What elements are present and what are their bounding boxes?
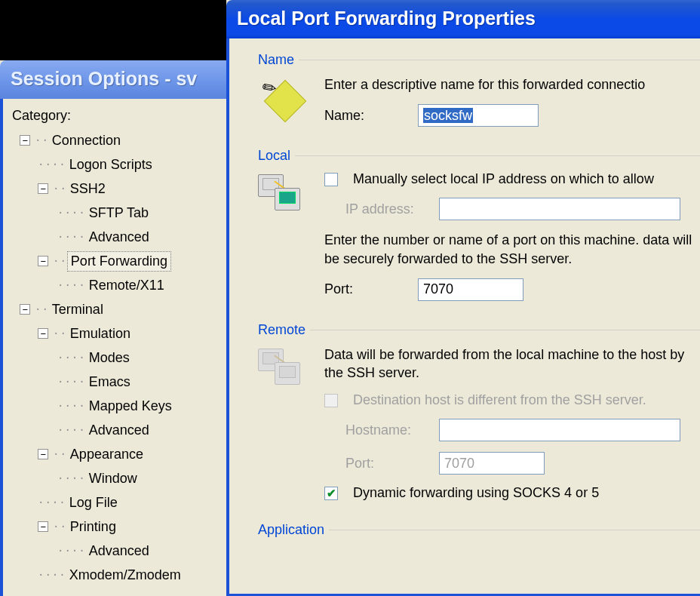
tree-item-printing[interactable]: −··Printing xyxy=(12,515,222,539)
group-name: Name ✎ Enter a descriptive name for this… xyxy=(258,52,700,134)
hostname-label: Hostname: xyxy=(345,422,428,438)
group-application-legend: Application xyxy=(258,522,329,538)
tree-item-print-advanced[interactable]: ····Advanced xyxy=(12,539,222,563)
group-remote-legend: Remote xyxy=(258,322,310,338)
tree-item-emacs[interactable]: ····Emacs xyxy=(12,370,222,394)
remote-help-text: Data will be forwarded from the local ma… xyxy=(324,346,700,382)
collapse-icon[interactable]: − xyxy=(38,256,48,266)
group-local-legend: Local xyxy=(258,148,295,164)
group-application: Application xyxy=(258,522,700,538)
group-local: Local Manually select local IP address o… xyxy=(258,148,700,309)
collapse-icon[interactable]: − xyxy=(38,521,48,532)
manual-ip-label: Manually select local IP address on whic… xyxy=(353,171,654,187)
name-input[interactable]: socksfw xyxy=(418,104,539,127)
computers-icon xyxy=(258,171,306,301)
category-tree: −··Connection ····Logon Scripts −··SSH2 … xyxy=(12,128,222,587)
properties-titlebar[interactable]: Local Port Forwarding Properties xyxy=(226,0,700,38)
tree-item-window[interactable]: ····Window xyxy=(12,466,222,490)
tree-item-appearance[interactable]: −··Appearance xyxy=(12,442,222,466)
dest-host-label: Destination host is different from the S… xyxy=(353,392,646,408)
collapse-icon[interactable]: − xyxy=(38,328,48,339)
properties-title: Local Port Forwarding Properties xyxy=(237,8,536,29)
name-help-text: Enter a descriptive name for this forwar… xyxy=(324,75,700,94)
computers-icon-gray xyxy=(258,346,306,502)
local-help-text: Enter the number or name of a port on th… xyxy=(324,231,700,268)
dynamic-forwarding-label: Dynamic forwarding using SOCKS 4 or 5 xyxy=(353,485,599,501)
tree-item-ssh2[interactable]: −··SSH2 xyxy=(12,177,222,201)
tree-item-ssh2-advanced[interactable]: ····Advanced xyxy=(12,225,222,249)
remote-port-label: Port: xyxy=(345,456,428,472)
dynamic-forwarding-checkbox[interactable]: ✔ Dynamic forwarding using SOCKS 4 or 5 xyxy=(324,485,700,501)
tree-item-connection[interactable]: −··Connection xyxy=(12,128,222,152)
ip-address-input xyxy=(439,198,680,220)
tree-item-mapped-keys[interactable]: ····Mapped Keys xyxy=(12,394,222,418)
manual-ip-checkbox[interactable]: Manually select local IP address on whic… xyxy=(324,171,700,187)
port-forwarding-properties-window: Local Port Forwarding Properties Name ✎ … xyxy=(226,0,700,596)
session-options-window: Session Options - sv Category: −··Connec… xyxy=(0,60,234,596)
tree-item-remote-x11[interactable]: ····Remote/X11 xyxy=(12,273,222,297)
collapse-icon[interactable]: − xyxy=(20,304,30,315)
tree-item-port-forwarding[interactable]: −··Port Forwarding xyxy=(12,249,222,273)
tree-item-logon-scripts[interactable]: ····Logon Scripts xyxy=(12,152,222,177)
checkbox-checked-icon: ✔ xyxy=(324,487,338,500)
tree-item-sftp-tab[interactable]: ····SFTP Tab xyxy=(12,201,222,225)
tree-item-emulation[interactable]: −··Emulation xyxy=(12,321,222,346)
hostname-input xyxy=(439,419,680,441)
group-name-legend: Name xyxy=(258,52,299,68)
name-label: Name: xyxy=(324,108,407,124)
tag-icon: ✎ xyxy=(258,75,306,127)
tree-item-terminal[interactable]: −··Terminal xyxy=(12,297,222,321)
checkbox-icon xyxy=(324,173,338,186)
tree-item-xmodem[interactable]: ····Xmodem/Zmodem xyxy=(12,563,222,587)
session-options-title: Session Options - sv xyxy=(11,68,197,89)
checkbox-icon xyxy=(324,394,338,407)
session-options-titlebar[interactable]: Session Options - sv xyxy=(0,60,234,99)
ip-address-label: IP address: xyxy=(345,201,428,217)
collapse-icon[interactable]: − xyxy=(20,135,30,146)
collapse-icon[interactable]: − xyxy=(38,183,48,194)
collapse-icon[interactable]: − xyxy=(38,449,48,459)
local-port-input[interactable] xyxy=(418,278,523,301)
tree-item-log-file[interactable]: ····Log File xyxy=(12,490,222,515)
tree-item-modes[interactable]: ····Modes xyxy=(12,346,222,370)
dest-host-checkbox: Destination host is different from the S… xyxy=(324,392,700,408)
group-remote: Remote Data will be forwarded from the l… xyxy=(258,322,700,509)
category-label: Category: xyxy=(12,108,222,124)
local-port-label: Port: xyxy=(324,281,407,297)
tree-item-emu-advanced[interactable]: ····Advanced xyxy=(12,418,222,442)
remote-port-input xyxy=(439,452,545,475)
